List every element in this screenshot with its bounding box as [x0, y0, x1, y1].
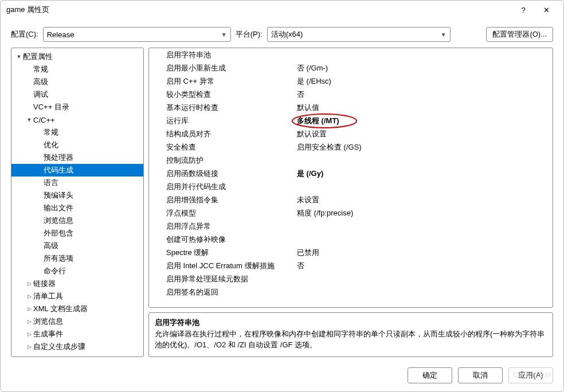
tree-item[interactable]: 优化 [11, 139, 143, 151]
tree-item[interactable]: 浏览信息 [11, 214, 143, 227]
property-row[interactable]: 基本运行时检查默认值 [149, 101, 553, 114]
tree-item-label: 常规 [44, 127, 58, 138]
expand-icon: ▷ [25, 306, 33, 312]
property-row[interactable]: 启用最小重新生成否 (/Gm-) [149, 61, 553, 75]
property-row[interactable]: 启用函数级链接是 (/Gy) [149, 167, 553, 180]
platform-value: 活动(x64) [271, 29, 441, 40]
tree-item[interactable]: 常规 [11, 63, 143, 76]
tree-item[interactable]: 常规 [11, 126, 143, 139]
tree-item-label: 生成事件 [33, 329, 63, 339]
property-name: 创建可热修补映像 [149, 234, 295, 245]
property-name: 结构成员对齐 [149, 129, 295, 139]
property-grid[interactable]: 启用字符串池启用最小重新生成否 (/Gm-)启用 C++ 异常是 (/EHsc)… [148, 48, 553, 308]
property-row[interactable]: 结构成员对齐默认设置 [149, 127, 553, 140]
property-value[interactable]: 未设置 [295, 195, 553, 205]
tree-item[interactable]: ▷生成事件 [11, 328, 143, 340]
tree-item[interactable]: ▷清单工具 [11, 290, 143, 303]
tree-item[interactable]: VC++ 目录 [11, 101, 143, 113]
property-row[interactable]: 创建可热修补映像 [149, 233, 553, 246]
tree-item[interactable]: 高级 [11, 76, 143, 88]
close-button[interactable]: ✕ [535, 1, 558, 19]
property-value[interactable]: 多线程 (/MT) [295, 116, 553, 126]
tree-item[interactable]: ▷浏览信息 [11, 315, 143, 328]
tree-item[interactable]: ▼C/C++ [11, 113, 143, 126]
property-value[interactable]: 默认值 [295, 103, 553, 113]
property-row[interactable]: 启用异常处理延续元数据 [149, 272, 553, 285]
apply-button[interactable]: 应用(A) [508, 367, 553, 383]
tree-item-label: 浏览信息 [33, 316, 63, 327]
tree-item-label: 所有选项 [44, 253, 73, 264]
property-row[interactable]: 较小类型检查否 [149, 88, 553, 101]
property-row[interactable]: 启用 Intel JCC Erratum 缓解措施否 [149, 259, 553, 272]
tree-item-label: C/C++ [33, 116, 55, 124]
property-value[interactable]: 否 [295, 89, 553, 100]
config-manager-button[interactable]: 配置管理器(O)... [486, 27, 553, 42]
tree-item[interactable]: 输出文件 [11, 202, 143, 214]
chevron-down-icon: ▼ [221, 32, 227, 38]
tree-item-label: 外部包含 [44, 228, 73, 238]
property-name: 启用 Intel JCC Erratum 缓解措施 [149, 261, 295, 271]
property-row[interactable]: 浮点模型精度 (/fp:precise) [149, 206, 553, 219]
tree-item-label: 常规 [33, 64, 48, 75]
tree-item[interactable]: ▼配置属性 [11, 50, 143, 63]
property-value[interactable]: 启用安全检查 (/GS) [295, 142, 553, 152]
help-button[interactable]: ? [512, 1, 535, 19]
property-row[interactable]: 运行库多线程 (/MT) [149, 114, 553, 127]
tree-item[interactable]: 语言 [11, 177, 143, 189]
config-toolbar: 配置(C): Release ▼ 平台(P): 活动(x64) ▼ 配置管理器(… [1, 19, 563, 48]
property-name: 启用签名的返回 [149, 287, 295, 297]
titlebar: game 属性页 ? ✕ [1, 1, 563, 19]
property-row[interactable]: 启用 C++ 异常是 (/EHsc) [149, 75, 553, 88]
tree-item[interactable]: 所有选项 [11, 252, 143, 265]
property-row[interactable]: 控制流防护 [149, 154, 553, 167]
tree-item[interactable]: ▷XML 文档生成器 [11, 303, 143, 315]
ok-button[interactable]: 确定 [408, 367, 452, 383]
property-value[interactable]: 是 (/EHsc) [295, 76, 553, 87]
expand-icon: ▼ [25, 117, 33, 123]
property-value[interactable]: 默认设置 [295, 129, 553, 139]
tree-item[interactable]: 高级 [11, 240, 143, 252]
body: ▼配置属性常规高级调试VC++ 目录▼C/C++常规优化预处理器代码生成语言预编… [1, 48, 563, 362]
configuration-select[interactable]: Release ▼ [43, 27, 231, 42]
tree-item-label: 预处理器 [44, 152, 73, 163]
tree-item[interactable]: 命令行 [11, 265, 143, 277]
property-row[interactable]: 启用增强指令集未设置 [149, 193, 553, 206]
tree-item[interactable]: 外部包含 [11, 227, 143, 240]
property-page-window: game 属性页 ? ✕ 配置(C): Release ▼ 平台(P): 活动(… [0, 0, 564, 392]
tree-item-label: 高级 [44, 241, 58, 251]
footer: 确定 取消 应用(A) [1, 362, 563, 391]
property-row[interactable]: 安全检查启用安全检查 (/GS) [149, 140, 553, 154]
tree-item[interactable]: 代码生成 [11, 164, 143, 177]
chevron-down-icon: ▼ [441, 32, 446, 38]
tree-item[interactable]: ▷自定义生成步骤 [11, 340, 143, 353]
property-value[interactable]: 精度 (/fp:precise) [295, 208, 553, 218]
category-tree[interactable]: ▼配置属性常规高级调试VC++ 目录▼C/C++常规优化预处理器代码生成语言预编… [11, 48, 144, 357]
platform-select[interactable]: 活动(x64) ▼ [267, 27, 451, 42]
configuration-value: Release [47, 30, 221, 39]
property-value[interactable]: 已禁用 [295, 248, 553, 258]
property-value[interactable]: 是 (/Gy) [295, 168, 553, 179]
right-pane: 启用字符串池启用最小重新生成否 (/Gm-)启用 C++ 异常是 (/EHsc)… [148, 48, 553, 357]
property-row[interactable]: 启用并行代码生成 [149, 180, 553, 193]
property-row[interactable]: 启用字符串池 [149, 48, 553, 61]
expand-icon: ▷ [25, 319, 33, 324]
tree-item[interactable]: 调试 [11, 88, 143, 101]
tree-item-label: 语言 [44, 178, 58, 188]
tree-item-label: XML 文档生成器 [33, 304, 88, 314]
property-row[interactable]: 启用浮点异常 [149, 219, 553, 233]
tree-item-label: VC++ 目录 [33, 102, 69, 112]
property-row[interactable]: 启用签名的返回 [149, 285, 553, 299]
tree-item[interactable]: 预处理器 [11, 151, 143, 164]
property-value[interactable]: 否 [295, 261, 553, 271]
tree-item-label: 链接器 [33, 279, 56, 289]
tree-item[interactable]: ▷链接器 [11, 277, 143, 290]
config-label: 配置(C): [11, 29, 38, 40]
property-name: 启用 C++ 异常 [149, 76, 295, 87]
tree-item-label: 优化 [44, 140, 58, 150]
property-name: 较小类型检查 [149, 89, 295, 100]
property-row[interactable]: Spectre 缓解已禁用 [149, 246, 553, 259]
property-value[interactable]: 否 (/Gm-) [295, 63, 553, 73]
expand-icon: ▷ [25, 281, 33, 287]
tree-item[interactable]: 预编译头 [11, 189, 143, 202]
cancel-button[interactable]: 取消 [458, 367, 503, 383]
